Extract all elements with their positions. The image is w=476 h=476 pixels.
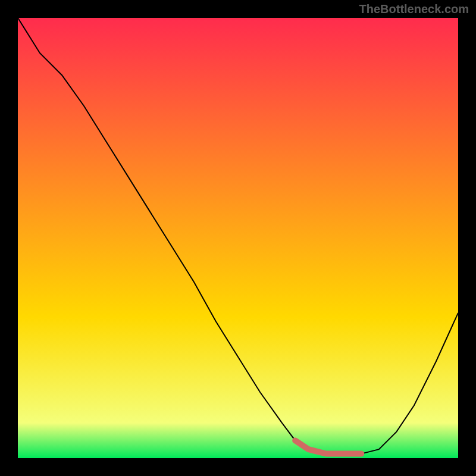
- chart-plot: [18, 18, 458, 458]
- chart-svg: [18, 18, 458, 458]
- watermark-text: TheBottleneck.com: [359, 2, 469, 16]
- gradient-background: [18, 18, 458, 458]
